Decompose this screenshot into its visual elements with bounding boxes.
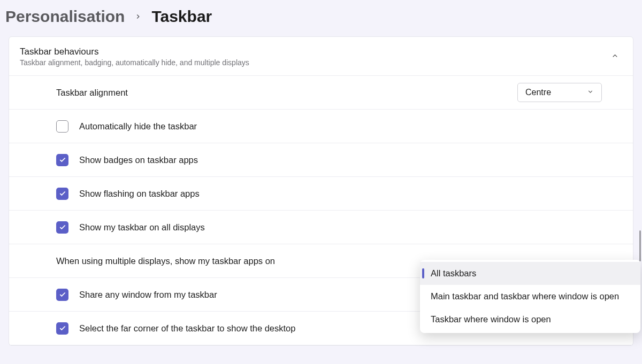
multi-display-label: When using multiple displays, show my ta…: [56, 256, 275, 266]
auto-hide-label: Automatically hide the taskbar: [79, 121, 197, 131]
dropdown-item-all-taskbars[interactable]: All taskbars: [420, 262, 640, 285]
alignment-value: Centre: [525, 88, 551, 97]
far-corner-checkbox[interactable]: [56, 322, 68, 335]
section-subtitle: Taskbar alignment, badging, automaticall…: [20, 58, 249, 67]
taskbar-alignment-row: Taskbar alignment Centre: [9, 76, 633, 110]
flashing-checkbox[interactable]: [56, 188, 68, 200]
flashing-label: Show flashing on taskbar apps: [79, 189, 200, 199]
all-displays-row: Show my taskbar on all displays: [9, 211, 633, 244]
chevron-up-icon: [611, 52, 619, 62]
dropdown-item-main-and-window[interactable]: Main taskbar and taskbar where window is…: [420, 285, 640, 308]
share-window-label: Share any window from my taskbar: [79, 290, 217, 300]
section-header[interactable]: Taskbar behaviours Taskbar alignment, ba…: [9, 37, 633, 76]
chevron-down-icon: [587, 88, 594, 97]
breadcrumb: Personalisation Taskbar: [0, 0, 642, 36]
alignment-select[interactable]: Centre: [517, 83, 602, 102]
taskbar-behaviours-panel: Taskbar behaviours Taskbar alignment, ba…: [9, 36, 633, 346]
check-icon: [59, 291, 66, 298]
check-icon: [59, 190, 66, 197]
auto-hide-checkbox[interactable]: [56, 120, 68, 133]
check-icon: [59, 324, 66, 332]
far-corner-label: Select the far corner of the taskbar to …: [79, 323, 295, 334]
all-displays-label: Show my taskbar on all displays: [79, 222, 205, 233]
breadcrumb-parent[interactable]: Personalisation: [5, 7, 125, 26]
all-displays-checkbox[interactable]: [56, 221, 68, 234]
badges-checkbox[interactable]: [56, 154, 68, 166]
check-icon: [59, 223, 66, 231]
scrollbar-thumb[interactable]: [639, 230, 641, 261]
alignment-label: Taskbar alignment: [56, 88, 128, 98]
chevron-right-icon: [134, 13, 142, 20]
badges-label: Show badges on taskbar apps: [79, 155, 198, 165]
page-title: Taskbar: [151, 7, 212, 26]
dropdown-item-window-open[interactable]: Taskbar where window is open: [420, 308, 640, 331]
badges-row: Show badges on taskbar apps: [9, 143, 633, 177]
section-title: Taskbar behaviours: [20, 47, 249, 57]
share-window-checkbox[interactable]: [56, 289, 68, 301]
check-icon: [59, 156, 66, 164]
flashing-row: Show flashing on taskbar apps: [9, 177, 633, 211]
multi-display-dropdown: All taskbars Main taskbar and taskbar wh…: [420, 260, 640, 333]
auto-hide-row: Automatically hide the taskbar: [9, 110, 633, 143]
